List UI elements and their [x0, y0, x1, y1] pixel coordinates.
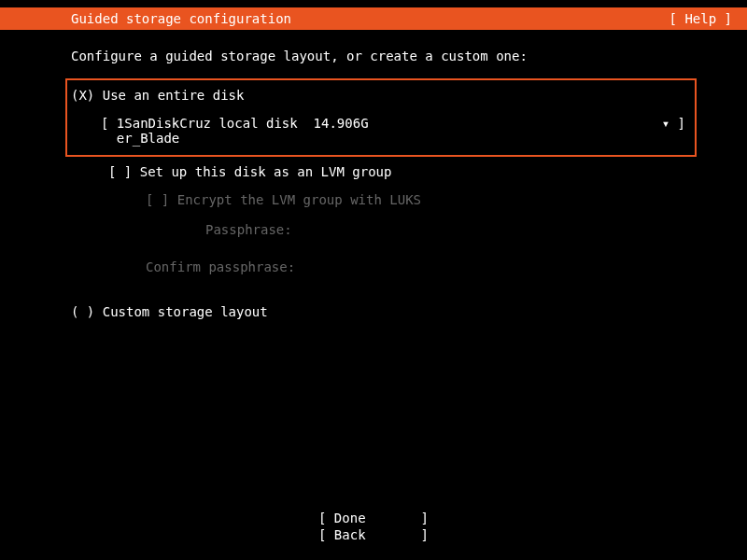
- radio-use-entire-disk[interactable]: (X) Use an entire disk: [71, 86, 685, 105]
- page-title: Guided storage configuration: [71, 11, 291, 26]
- done-button[interactable]: [ Done ]: [0, 510, 747, 526]
- checkbox-lvm[interactable]: [ ] Set up this disk as an LVM group: [71, 164, 676, 179]
- checkbox-encrypt: [ ] Encrypt the LVM group with LUKS: [71, 192, 676, 207]
- header-bar: Guided storage configuration [ Help ]: [0, 7, 747, 30]
- main-content: Configure a guided storage layout, or cr…: [0, 30, 747, 319]
- radio-custom-storage[interactable]: ( ) Custom storage layout: [71, 304, 676, 319]
- disk-info: [ 1SanDiskCruz local disk 14.906G er_Bla…: [101, 116, 369, 146]
- back-button[interactable]: [ Back ]: [0, 526, 747, 543]
- footer: [ Done ] [ Back ]: [0, 510, 747, 543]
- dropdown-icon: ▾ ]: [662, 116, 685, 146]
- highlight-box: (X) Use an entire disk [ 1SanDiskCruz lo…: [65, 78, 697, 157]
- disk-selector[interactable]: [ 1SanDiskCruz local disk 14.906G er_Bla…: [71, 116, 685, 146]
- passphrase-label: Passphrase:: [71, 222, 676, 237]
- help-button[interactable]: [ Help ]: [669, 11, 732, 26]
- confirm-passphrase-label: Confirm passphrase:: [71, 259, 676, 274]
- subtitle: Configure a guided storage layout, or cr…: [71, 49, 676, 63]
